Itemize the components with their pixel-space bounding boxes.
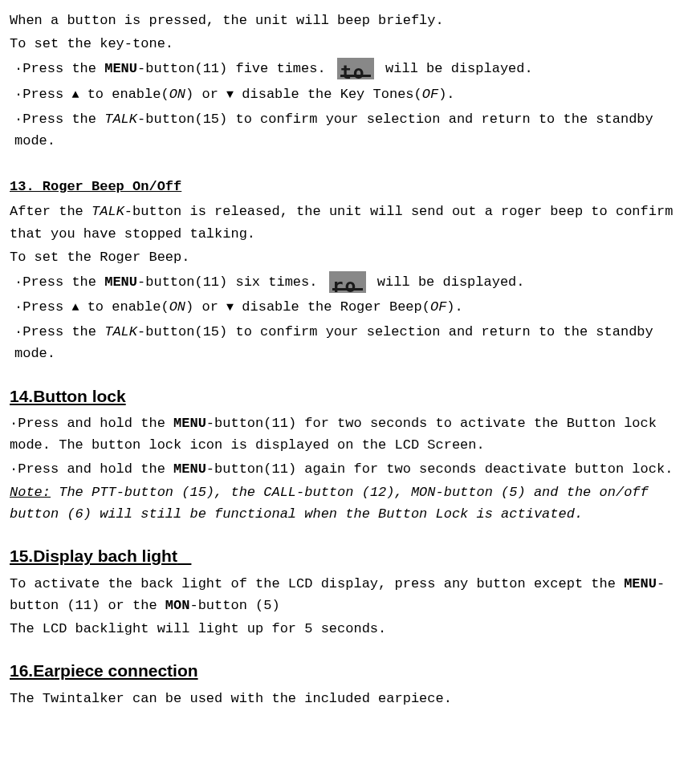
roger-step-1: ·Press the MENU-button(11) six times. ro… [14, 271, 690, 293]
roger-intro-2: To set the Roger Beep. [10, 246, 690, 268]
menu-label: MENU [104, 61, 137, 76]
key-tone-intro-2: To set the key-tone. [10, 33, 690, 55]
text: will be displayed. [369, 274, 525, 290]
text: ). [446, 299, 462, 315]
of-label: OF [430, 299, 446, 315]
menu-label: MENU [104, 274, 137, 290]
text: to enable( [79, 299, 169, 315]
text: ·Press and hold the [10, 461, 173, 477]
button-lock-note: Note: The PTT-button (15), the CALL-butt… [10, 481, 690, 525]
talk-label: TALK [104, 112, 137, 127]
menu-label: MENU [173, 416, 206, 431]
button-lock-step-1: ·Press and hold the MENU-button(11) for … [10, 412, 690, 456]
text: After the [10, 204, 92, 219]
text: ·Press the [14, 112, 104, 127]
key-tone-step-3: ·Press the TALK-button(15) to confirm yo… [14, 108, 690, 152]
down-arrow-icon: ▼ [226, 88, 234, 102]
text: ) or [185, 299, 226, 315]
text: ·Press the [14, 274, 104, 290]
text: disable the Roger Beep( [234, 299, 430, 315]
text: To activate the back light of the LCD di… [10, 576, 624, 591]
talk-label: TALK [92, 204, 124, 219]
section-13-heading: 13. Roger Beep On/Off [10, 176, 690, 197]
backlight-text-1: To activate the back light of the LCD di… [10, 573, 690, 616]
lcd-to-icon: to [337, 58, 374, 79]
key-tone-step-1: ·Press the MENU-button(11) five times. t… [14, 58, 690, 79]
note-body: The PTT-button (15), the CALL-button (12… [10, 485, 649, 522]
text: ·Press and hold the [10, 416, 173, 431]
text: -button(11) six times. [137, 274, 326, 290]
on-label: ON [169, 299, 185, 315]
text: -button (5) [189, 598, 279, 613]
mon-label: MON [165, 598, 190, 613]
menu-label: MENU [173, 461, 206, 477]
roger-intro-1: After the TALK-button is released, the u… [10, 201, 690, 244]
of-label: OF [422, 87, 438, 102]
text: will be displayed. [377, 61, 533, 76]
text: -button(11) again for two seconds deacti… [206, 461, 674, 477]
text: ). [438, 87, 454, 102]
text: disable the Key Tones( [234, 87, 422, 102]
key-tone-intro-1: When a button is pressed, the unit will … [10, 10, 690, 31]
text: ·Press the [14, 61, 104, 76]
lcd-ro-icon: ro [329, 271, 366, 293]
backlight-text-2: The LCD backlight will light up for 5 se… [10, 618, 690, 640]
text: to enable( [79, 87, 169, 102]
text: ·Press [14, 87, 71, 102]
menu-label: MENU [624, 576, 657, 591]
button-lock-step-2: ·Press and hold the MENU-button(11) agai… [10, 458, 690, 480]
roger-step-3: ·Press the TALK-button(15) to confirm yo… [14, 321, 690, 364]
note-label: Note: [10, 485, 51, 500]
text: ) or [185, 87, 226, 102]
section-16-heading: 16.Earpiece connection [10, 657, 690, 685]
lcd-text: ro [332, 271, 358, 301]
section-15-heading: 15.Display bach light [10, 542, 690, 570]
lcd-text: to [340, 58, 366, 87]
text: -button(11) five times. [137, 61, 334, 76]
talk-label: TALK [104, 324, 137, 339]
on-label: ON [169, 87, 185, 102]
text: ·Press the [14, 324, 104, 339]
earpiece-text: The Twintalker can be used with the incl… [10, 688, 690, 709]
section-14-heading: 14.Button lock [10, 383, 690, 410]
text: ·Press [14, 299, 71, 315]
down-arrow-icon: ▼ [226, 301, 234, 315]
